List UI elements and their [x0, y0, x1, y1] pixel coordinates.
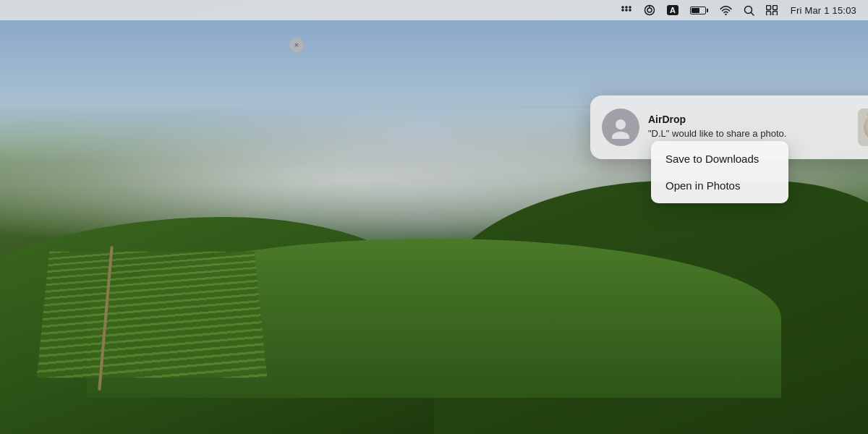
notification-title: AirDrop — [648, 114, 849, 125]
menubar: A — [0, 0, 868, 20]
svg-point-4 — [625, 6, 628, 9]
overflow-icon[interactable] — [621, 5, 632, 15]
svg-rect-15 — [773, 12, 777, 16]
menubar-icons: A — [621, 4, 778, 16]
battery-tip — [707, 9, 708, 12]
svg-point-5 — [629, 6, 631, 9]
svg-point-17 — [612, 132, 629, 139]
desktop-background — [0, 0, 868, 434]
svg-line-11 — [751, 12, 754, 15]
text-icon-label: A — [667, 5, 678, 15]
svg-rect-14 — [766, 12, 770, 16]
sender-avatar — [602, 109, 639, 146]
airdrop-icon[interactable] — [644, 4, 655, 16]
save-to-downloads-item[interactable]: Save to Downloads — [651, 145, 788, 172]
vineyard-layer — [37, 252, 268, 378]
person-icon — [609, 116, 632, 139]
svg-rect-12 — [766, 6, 770, 10]
photo-thumbnail — [858, 109, 868, 146]
battery-fill — [692, 8, 699, 13]
svg-point-1 — [625, 9, 628, 12]
menubar-clock: Fri Mar 1 15:03 — [791, 5, 856, 16]
svg-point-2 — [629, 9, 631, 12]
wifi-icon[interactable] — [720, 6, 732, 15]
battery-icon — [690, 7, 708, 14]
control-center-icon[interactable] — [766, 5, 778, 15]
svg-line-28 — [865, 127, 868, 128]
svg-point-0 — [621, 9, 624, 12]
svg-point-3 — [621, 6, 624, 9]
text-input-icon[interactable]: A — [667, 5, 678, 15]
notification-content: AirDrop "D.L" would like to share a phot… — [648, 114, 849, 140]
svg-point-9 — [725, 13, 726, 14]
cat-thumbnail-svg — [858, 109, 868, 146]
battery-body — [690, 7, 706, 14]
svg-point-7 — [647, 8, 652, 12]
accept-dropdown-menu: Save to Downloads Open in Photos — [651, 141, 788, 203]
svg-point-16 — [616, 119, 626, 129]
svg-rect-13 — [773, 6, 777, 10]
notification-body: "D.L" would like to share a photo. — [648, 127, 849, 140]
notification-close-button[interactable]: × — [289, 38, 304, 52]
open-in-photos-item[interactable]: Open in Photos — [651, 172, 788, 199]
search-icon[interactable] — [744, 5, 754, 16]
